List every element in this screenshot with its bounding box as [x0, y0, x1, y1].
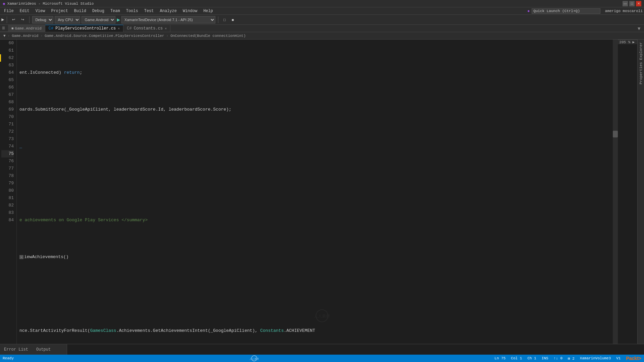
branch-name: XamarinVolume3 — [580, 356, 611, 360]
title-bar: ◆ XamarinVideos - Microsoft Visual Studi… — [0, 0, 644, 7]
tab-expand-button[interactable]: ▼ — [634, 25, 644, 32]
menu-window[interactable]: Window — [180, 8, 200, 14]
ready-status: Ready — [3, 356, 14, 360]
tab-label-1: PlayServicesController.cs — [55, 26, 116, 31]
debug-dropdown[interactable]: Debug — [32, 16, 53, 23]
bottom-panels: Error List Output — [0, 344, 644, 355]
menu-view[interactable]: View — [33, 8, 48, 14]
code-text[interactable]: ent.IsConnected) return; oards.SubmitSco… — [17, 40, 613, 344]
tab-icon-2: C# — [127, 26, 131, 31]
redo-button[interactable]: ↪ — [19, 16, 26, 23]
menu-help[interactable]: Help — [201, 8, 216, 14]
code-line-63 — [19, 180, 610, 187]
code-line-66 — [19, 290, 610, 298]
platform-dropdown[interactable]: Any CPU — [55, 16, 80, 23]
menu-analyze[interactable]: Analyze — [157, 8, 179, 14]
arrows-info: ↑↓ 0 — [554, 356, 562, 360]
project-icon: ■ — [11, 26, 14, 31]
error-output-tabs: Error List Output — [0, 344, 67, 355]
user-name: amerigo moscaroli — [605, 9, 643, 13]
menu-build[interactable]: Build — [71, 8, 89, 14]
properties-explorer-label: Properties Explorer — [639, 42, 643, 84]
hscrollbar[interactable]: 205 % ▶ — [618, 40, 637, 44]
tab-bar: ☰ ■ Game.Android C# PlayServicesControll… — [0, 25, 644, 32]
menu-bar: File Edit View Project Build Debug Team … — [0, 7, 644, 15]
error-list-tab[interactable]: Error List — [0, 346, 32, 353]
code-line-67: nce.StartActivityForResult(GamesClass.Ac… — [19, 327, 610, 335]
status-center: 人人素材 — [14, 355, 494, 361]
undo-button[interactable]: ↩ — [10, 16, 17, 23]
output-tab[interactable]: Output — [32, 346, 55, 353]
menu-tools[interactable]: Tools — [123, 8, 141, 14]
right-margin — [613, 40, 618, 344]
vscrollbar-thumb[interactable] — [613, 131, 618, 137]
line-numbers: 60 61 62 63 64 65 66 67 68 69 70 71 72 7… — [0, 40, 17, 344]
collapse-icon-65[interactable]: – — [19, 255, 23, 259]
maximize-button[interactable]: □ — [629, 1, 635, 6]
project-tab: ■ Game.Android — [8, 25, 45, 32]
breadcrumb-game-android[interactable]: Game.Android — [12, 34, 38, 38]
menu-project[interactable]: Project — [48, 8, 70, 14]
project-tab-label: Game.Android — [15, 26, 42, 31]
toolbar-icon-extra2[interactable]: ■ — [229, 17, 236, 23]
title-right[interactable]: — □ ✕ — [623, 1, 641, 6]
play-icon[interactable]: ▶ — [117, 16, 120, 23]
toolbar-separator-1 — [7, 16, 7, 23]
quick-launch-input[interactable]: Quick Launch (Ctrl+Q) — [532, 8, 600, 14]
packt-logo: Packt> — [626, 356, 641, 361]
code-line-60: ent.IsConnected) return; — [19, 69, 610, 76]
code-line-65: – iewAchievements() — [19, 253, 610, 261]
center-logo-icon: 人人素材 — [244, 355, 264, 361]
toolbar-icon-extra[interactable]: □ — [221, 17, 228, 23]
status-right: Ln 75 Col 1 Ch 1 INS ↑↓ 0 ⊞ 2 XamarinVol… — [494, 356, 641, 361]
zoom-icon[interactable]: ▶ — [632, 40, 635, 44]
vs-logo-icon: ◆ — [3, 1, 5, 6]
menu-debug[interactable]: Debug — [90, 8, 107, 14]
main-content: 60 61 62 63 64 65 66 67 68 69 70 71 72 7… — [0, 40, 644, 344]
breadcrumb-item-1[interactable]: ▼ — [3, 34, 6, 38]
solution-explorer-icon: ☰ — [0, 25, 8, 32]
breadcrumb-sep-3: › — [166, 34, 169, 38]
window-title: XamarinVideos - Microsoft Visual Studio — [7, 2, 94, 6]
code-line-64: e achievements on Google Play Services <… — [19, 217, 610, 224]
minimize-button[interactable]: — — [623, 1, 628, 6]
status-left: Ready — [3, 356, 14, 360]
svg-text:人人素材: 人人素材 — [250, 358, 259, 360]
menu-edit[interactable]: Edit — [17, 8, 32, 14]
status-bar: Ready 人人素材 Ln 75 Col 1 Ch 1 INS ↑↓ 0 ⊞ 2… — [0, 355, 644, 362]
ch-info: Ch 1 — [527, 356, 536, 360]
toolbar-separator-3 — [218, 16, 218, 23]
breadcrumb-method[interactable]: OnConnected(Bundle connectionHint) — [170, 34, 246, 38]
zoom-level: 205 % — [619, 40, 630, 44]
version: V1 — [616, 356, 621, 360]
line-info: Ln 75 — [494, 356, 505, 360]
menu-team[interactable]: Team — [108, 8, 123, 14]
menu-test[interactable]: Test — [142, 8, 157, 14]
tab-icon-1: C# — [49, 26, 53, 31]
title-left: ◆ XamarinVideos - Microsoft Visual Studi… — [3, 1, 94, 6]
menu-file[interactable]: File — [1, 8, 16, 14]
tab-size: ⊞ 2 — [568, 356, 575, 361]
breadcrumb-bar: ▼ › Game.Android › Game.Android.Source.C… — [0, 32, 644, 40]
tab-playservices[interactable]: C# PlayServicesController.cs ✕ — [45, 25, 123, 32]
right-panel: Properties Explorer — [637, 40, 644, 344]
toolbar-separator-2 — [29, 16, 30, 23]
toolbar: ► ↩ ↪ Debug Any CPU Game.Android ▶ Xamar… — [0, 15, 644, 25]
tab-close-1[interactable]: ✕ — [118, 26, 120, 31]
insert-mode: INS — [542, 356, 548, 360]
col-info: Col 1 — [511, 356, 522, 360]
close-button[interactable]: ✕ — [636, 1, 641, 6]
code-line-62: _ — [19, 143, 610, 150]
toolbar-icon-1[interactable]: ► — [1, 17, 4, 22]
tab-close-2[interactable]: ✕ — [165, 26, 167, 31]
tab-label-2: Constants.cs — [134, 26, 163, 31]
breadcrumb-sep-1: › — [8, 34, 10, 38]
project-dropdown[interactable]: Game.Android — [82, 16, 115, 23]
breadcrumb-namespace[interactable]: Game.Android.Source.Competitive.PlayServ… — [45, 34, 164, 38]
quick-launch-label: ◆ — [528, 9, 530, 13]
device-dropdown[interactable]: XamarinTestDevice (Android 7.1 - API 25) — [121, 16, 215, 23]
code-line-61: oards.SubmitScore(_GoogleApiClient, lead… — [19, 106, 610, 113]
code-editor[interactable]: 60 61 62 63 64 65 66 67 68 69 70 71 72 7… — [0, 40, 618, 344]
breadcrumb-sep-2: › — [40, 34, 43, 38]
tab-constants[interactable]: C# Constants.cs ✕ — [123, 25, 170, 32]
